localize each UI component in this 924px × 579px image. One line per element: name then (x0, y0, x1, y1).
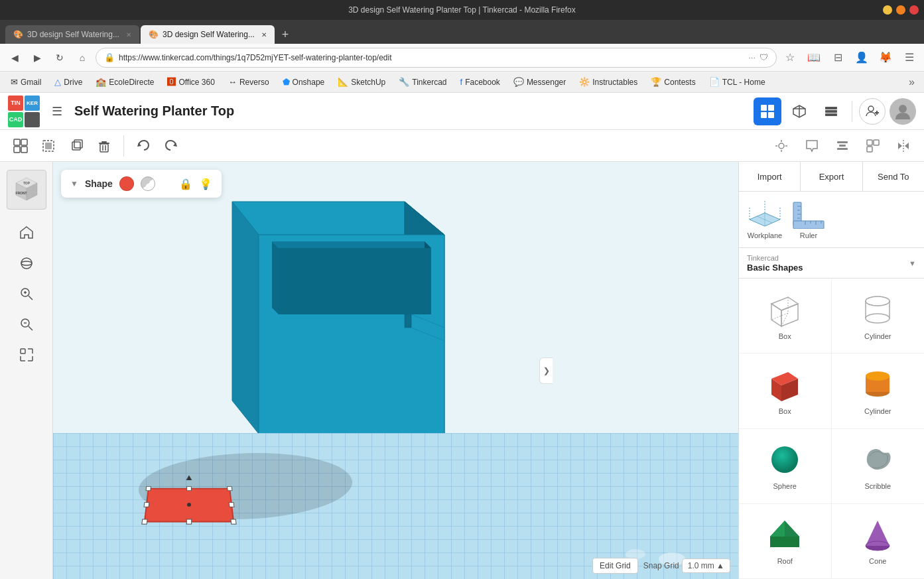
send-to-button[interactable]: Send To (862, 162, 924, 191)
bookmark-facebook[interactable]: f Facebook (455, 76, 505, 88)
bookmark-sketchup[interactable]: 📐 SketchUp (332, 76, 391, 88)
handle-tr[interactable] (227, 486, 232, 491)
zoom-in-icon (19, 287, 34, 301)
fit-to-view-button[interactable] (14, 220, 39, 245)
undo-button[interactable] (131, 133, 156, 159)
shape-solid-color[interactable] (119, 176, 134, 191)
bookmark-reverso[interactable]: ↔ Reverso (223, 76, 275, 88)
selected-object[interactable]: ▲ (144, 488, 234, 523)
add-person-button[interactable] (859, 98, 886, 125)
bookmark-instructables[interactable]: 🔆 Instructables (574, 76, 643, 88)
svg-rect-37 (867, 140, 872, 145)
new-tab-button[interactable]: + (276, 25, 295, 44)
ruler-label: Ruler (800, 231, 817, 239)
handle-top[interactable] (186, 486, 192, 491)
handle-bl[interactable] (141, 519, 147, 524)
orbit-button[interactable] (14, 251, 39, 276)
collapse-panel-handle[interactable]: ❯ (539, 357, 553, 384)
light-button[interactable] (769, 133, 794, 159)
maximize-button[interactable] (896, 5, 905, 15)
group-button[interactable] (8, 133, 33, 159)
wireframe-cylinder-icon (858, 292, 897, 328)
shape-hole-color[interactable] (141, 176, 155, 191)
split-view-icon[interactable]: ⊟ (828, 48, 847, 67)
tab-close-1[interactable]: ✕ (126, 31, 131, 38)
close-button[interactable] (909, 5, 919, 15)
bookmark-tcl[interactable]: 📄 TCL - Home (704, 76, 771, 88)
snap-value[interactable]: 1.0 mm ▲ (682, 558, 730, 573)
ungroup-button[interactable] (36, 133, 61, 159)
shape-solid-roof[interactable]: Roof (739, 504, 832, 579)
light-icon (774, 139, 789, 153)
home-button[interactable]: ⌂ (73, 48, 92, 67)
toolbar-right (769, 133, 916, 159)
comment-button[interactable] (799, 133, 825, 159)
align-button[interactable] (830, 133, 855, 159)
url-bar[interactable]: 🔒 https://www.tinkercad.com/things/1q7D5… (96, 48, 777, 68)
handle-left[interactable] (144, 502, 150, 507)
hamburger-menu-button[interactable]: ☰ (46, 101, 68, 122)
zoom-out-button[interactable] (14, 312, 39, 337)
reload-button[interactable]: ↻ (50, 48, 69, 67)
layers-button[interactable] (817, 97, 845, 125)
bookmarks-overflow[interactable]: » (905, 75, 919, 90)
bookmark-ecoledirecte[interactable]: 🏫 EcoleDirecte (90, 76, 159, 88)
view-cube-3d: TOP FRONT (9, 172, 44, 207)
group-align-button[interactable] (860, 133, 886, 159)
bookmark-messenger[interactable]: 💬 Messenger (508, 76, 571, 88)
shape-solid-box[interactable]: Box (739, 354, 832, 428)
handle-tl[interactable] (146, 486, 151, 491)
delete-button[interactable] (92, 133, 117, 159)
mirror-button[interactable] (891, 133, 916, 159)
svg-rect-35 (839, 145, 846, 147)
svg-marker-132 (770, 537, 799, 547)
reading-mode-icon[interactable]: 📖 (805, 48, 823, 67)
firefox-icon[interactable]: 🦊 (876, 48, 895, 67)
bookmark-gmail[interactable]: ✉ Gmail (5, 76, 46, 88)
ruler-item[interactable]: Ruler (791, 200, 826, 239)
canvas-area[interactable]: ▼ Shape 🔒 💡 (53, 162, 738, 579)
handle-bottom[interactable] (186, 519, 192, 524)
shape-panel-arrow[interactable]: ▼ (70, 179, 78, 188)
workplane-item[interactable]: Workplane (747, 200, 783, 239)
shape-solid-sphere[interactable]: Sphere (739, 429, 832, 504)
tab-2[interactable]: 🎨 3D design Self Watering... ✕ (141, 25, 275, 44)
minimize-button[interactable] (883, 5, 892, 15)
shape-solid-cylinder[interactable]: Cylinder (832, 354, 925, 428)
view-cube-svg: TOP FRONT (9, 172, 44, 207)
layers-icon (824, 104, 838, 119)
tab-1[interactable]: 🎨 3D design Self Watering... ✕ (5, 25, 139, 44)
zoom-in-button[interactable] (14, 281, 39, 306)
shapes-dropdown[interactable]: Tinkercad Basic Shapes ▼ (739, 248, 924, 279)
duplicate-button[interactable] (64, 133, 89, 159)
fit-all-button[interactable] (14, 342, 39, 367)
tab-close-2[interactable]: ✕ (261, 31, 267, 38)
shape-wireframe-box[interactable]: Box (739, 279, 832, 354)
profile-icon[interactable]: 👤 (852, 48, 871, 67)
edit-grid-button[interactable]: Edit Grid (592, 558, 638, 574)
bookmark-contests[interactable]: 🏆 Contests (645, 76, 700, 88)
shape-wireframe-cylinder[interactable]: Cylinder (832, 279, 925, 354)
bookmark-star-icon[interactable]: ☆ (781, 48, 799, 67)
workplane-label: Workplane (748, 231, 782, 239)
shape-scribble[interactable]: Scribble (832, 429, 925, 504)
shape-solid-cone[interactable]: Cone (832, 504, 925, 579)
handle-br[interactable] (230, 519, 236, 524)
bookmark-drive[interactable]: △ Drive (49, 76, 88, 88)
redo-button[interactable] (159, 133, 184, 159)
svg-rect-1 (768, 105, 774, 111)
handle-right[interactable] (229, 502, 235, 507)
bookmark-onshape[interactable]: ⬟ Onshape (277, 76, 330, 88)
avatar[interactable] (890, 98, 916, 125)
bookmark-office360[interactable]: 🅾 Office 360 (162, 76, 220, 88)
bookmark-tinkercad[interactable]: 🔧 Tinkercad (393, 76, 452, 88)
dropdown-arrow-icon[interactable]: ▼ (909, 259, 916, 267)
view-cube[interactable]: TOP FRONT (7, 170, 46, 210)
grid-view-button[interactable] (754, 97, 781, 125)
export-button[interactable]: Export (800, 162, 862, 191)
forward-button[interactable]: ▶ (28, 48, 46, 67)
import-button[interactable]: Import (739, 162, 800, 191)
back-button[interactable]: ◀ (5, 48, 24, 67)
menu-icon[interactable]: ☰ (900, 48, 919, 67)
3d-view-button[interactable] (785, 97, 813, 125)
